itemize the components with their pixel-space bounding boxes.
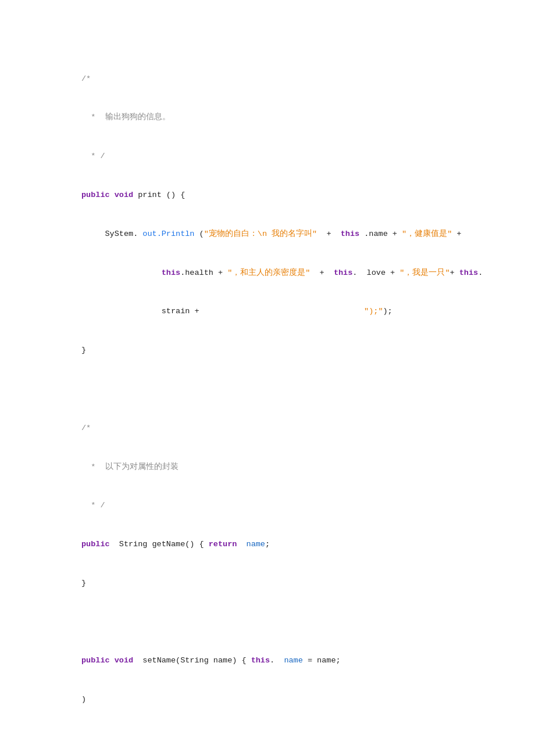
- code-line: [81, 616, 535, 629]
- code-line: }: [81, 577, 535, 590]
- code-line: * /: [81, 150, 535, 163]
- code-line: SyStem. out.Println ("宠物的自白：\n 我的名字叫" + …: [81, 228, 535, 241]
- code-line: }: [81, 344, 535, 357]
- code-line: ): [81, 693, 535, 706]
- code-line: public void print () {: [81, 189, 535, 202]
- code-line: [81, 732, 535, 745]
- code-line: * /: [81, 499, 535, 512]
- code-line: public String getName() { return name;: [81, 538, 535, 551]
- code-line: [81, 383, 535, 396]
- code-line: * 输出狗狗的信息。: [81, 111, 535, 124]
- code-line: public void setName(String name) { this.…: [81, 654, 535, 667]
- code-line: this.health + "，和主人的亲密度是" + this. love +…: [81, 267, 535, 280]
- code-container: /* * 输出狗狗的信息。 * / public void print () {…: [81, 46, 535, 756]
- code-line: strain + ");");: [81, 305, 535, 318]
- code-line: /*: [81, 73, 535, 85]
- code-line: * 以下为对属性的封装: [81, 461, 535, 474]
- code-line: /*: [81, 422, 535, 435]
